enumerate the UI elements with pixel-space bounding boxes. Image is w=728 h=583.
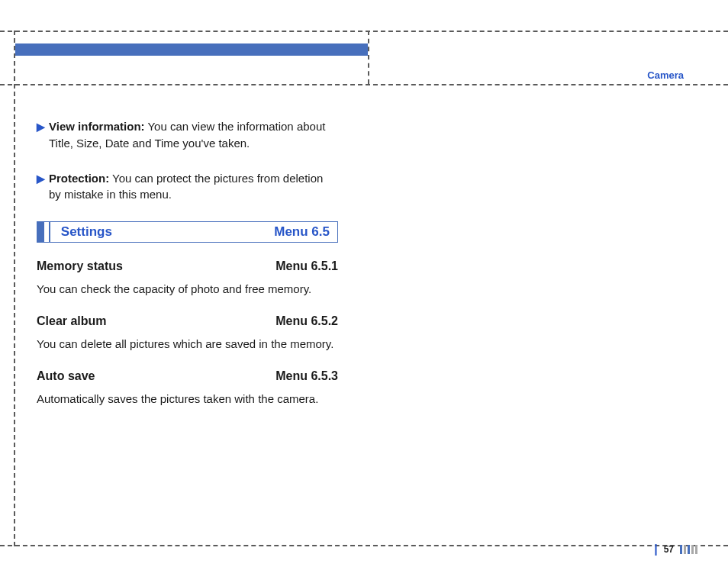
page-number: 57 [664,544,674,555]
sub-body: You can delete all pictures which are sa… [37,336,338,353]
footer-separator-icon: | [654,543,657,556]
footer-bars-icon [680,545,697,554]
settings-menu-ref: Menu 6.5 [274,224,337,240]
sub-body: Automatically saves the pictures taken w… [37,391,338,407]
content-column: ▶ View information: You can view the inf… [37,118,338,424]
sub-title: Clear album [37,314,107,328]
sub-title: Memory status [37,259,123,273]
heading-separator [49,222,50,242]
crop-dash-mid [368,31,369,84]
sub-title: Auto save [37,369,95,383]
triangle-right-icon: ▶ [37,171,49,204]
page-footer: | 57 [654,543,697,556]
crop-dash-bottom [0,545,728,546]
triangle-right-icon: ▶ [37,119,49,152]
heading-tab-icon [37,222,44,242]
sub-menu-ref: Menu 6.5.1 [275,259,338,273]
crop-dash-header [0,84,728,85]
sub-menu-ref: Menu 6.5.3 [275,369,338,383]
manual-page: Camera ▶ View information: You can view … [0,0,728,583]
header-accent-bar [15,43,368,56]
bullet-protection: ▶ Protection: You can protect the pictur… [37,170,338,204]
sub-menu-ref: Menu 6.5.2 [275,314,338,328]
bullet-text: View information: You can view the infor… [49,118,338,152]
bullet-text: Protection: You can protect the pictures… [49,170,338,204]
settings-heading: Settings Menu 6.5 [37,221,338,243]
settings-title: Settings [58,224,112,240]
crop-dash-top [0,31,728,32]
bullet-view-information: ▶ View information: You can view the inf… [37,118,338,152]
sub-body: You can check the capacity of photo and … [37,281,338,298]
crop-dash-left [14,31,15,546]
section-label: Camera [647,69,684,81]
subsection-clear-album: Clear album Menu 6.5.2 You can delete al… [37,314,338,353]
subsection-memory-status: Memory status Menu 6.5.1 You can check t… [37,259,338,298]
subsection-auto-save: Auto save Menu 6.5.3 Automatically saves… [37,369,338,407]
